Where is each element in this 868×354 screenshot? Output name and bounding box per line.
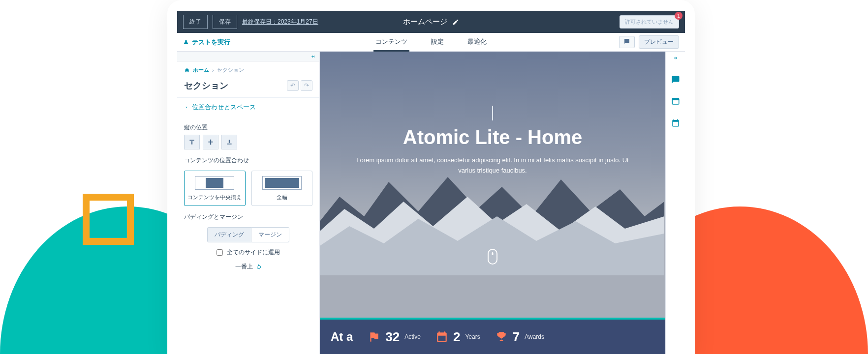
window-icon[interactable] (671, 97, 680, 106)
scroll-indicator-icon (488, 249, 497, 265)
exit-button[interactable]: 終了 (183, 15, 208, 29)
redo-button[interactable]: ↷ (301, 80, 312, 91)
svg-rect-1 (191, 141, 192, 144)
undo-button[interactable]: ↶ (287, 80, 299, 91)
collapse-right-rail[interactable] (672, 55, 679, 62)
breadcrumb-current: セクション (217, 66, 244, 74)
canvas-preview[interactable]: Atomic Lite - Home Lorem ipsum dolor sit… (320, 52, 665, 354)
text-cursor (492, 106, 493, 120)
edit-icon[interactable] (452, 19, 459, 26)
hero-subtitle[interactable]: Lorem ipsum dolor sit amet, consectetur … (355, 155, 630, 176)
apply-all-sides-checkbox[interactable]: 全てのサイドに運用 (177, 242, 319, 259)
device-frame: 終了 保存 最終保存日：2023年1月27日 ホームページ 許可されていません … (167, 0, 695, 354)
svg-rect-4 (227, 144, 231, 145)
chat-icon[interactable] (671, 75, 680, 84)
svg-rect-5 (229, 140, 230, 143)
calendar-icon (435, 330, 448, 343)
page-title-text: ホームページ (403, 17, 447, 27)
stat-item: 32 Active (368, 329, 421, 345)
tab-optimize[interactable]: 最適化 (465, 32, 489, 52)
padding-tab[interactable]: パディング (207, 227, 251, 242)
padding-margin-label: パディングとマージン (177, 206, 319, 224)
right-rail (665, 52, 685, 354)
stats-bar: At a 32 Active 2 Years 7 Awards (320, 318, 665, 354)
svg-rect-7 (672, 98, 679, 100)
panel-title: セクション (184, 80, 228, 91)
chevron-double-left-icon (310, 54, 316, 59)
notification-badge: 1 (675, 12, 682, 20)
flask-icon (183, 39, 189, 45)
permission-status: 許可されていません 1 (620, 15, 679, 29)
sync-icon[interactable] (256, 264, 262, 270)
svg-rect-3 (210, 140, 211, 145)
svg-rect-0 (189, 140, 194, 141)
last-saved-link[interactable]: 最終保存日：2023年1月27日 (242, 18, 318, 26)
collapse-left-panel[interactable] (177, 52, 319, 61)
content-align-label: コンテンツの位置合わせ (177, 149, 319, 168)
decorative-orange-square (83, 194, 134, 245)
save-button[interactable]: 保存 (213, 15, 237, 29)
trophy-icon (495, 330, 508, 343)
stats-heading: At a (331, 330, 353, 344)
preview-button[interactable]: プレビュー (639, 35, 679, 49)
align-center-option[interactable]: コンテンツを中央揃え (184, 171, 246, 206)
top-bar: 終了 保存 最終保存日：2023年1月27日 ホームページ 許可されていません … (177, 11, 685, 33)
vpos-top-button[interactable] (184, 135, 200, 149)
tab-content[interactable]: コンテンツ (373, 32, 409, 52)
chevron-double-left-icon (672, 55, 679, 61)
comment-icon (623, 38, 630, 44)
vpos-middle-button[interactable] (203, 135, 218, 149)
hero-title[interactable]: Atomic Lite - Home (349, 126, 636, 148)
flag-icon (368, 330, 380, 343)
tab-settings[interactable]: 設定 (429, 32, 446, 52)
breadcrumb-home[interactable]: ホーム (193, 66, 209, 74)
stat-item: 7 Awards (495, 329, 544, 345)
vpos-bottom-button[interactable] (221, 135, 237, 149)
comment-button[interactable] (619, 36, 635, 48)
margin-tab[interactable]: マージン (251, 227, 289, 242)
accordion-alignment-space[interactable]: 位置合わせとスペース (177, 97, 319, 117)
top-spacing-label: 一番上 (235, 263, 253, 271)
home-icon (184, 67, 190, 73)
sub-bar: テストを実行 コンテンツ 設定 最適化 プレビュー (177, 33, 685, 52)
breadcrumb: ホーム › セクション (177, 61, 319, 77)
chevron-down-icon (184, 105, 189, 110)
run-test-button[interactable]: テストを実行 (183, 38, 230, 47)
align-fullwidth-option[interactable]: 全幅 (251, 171, 313, 206)
calendar-icon[interactable] (671, 118, 680, 127)
stat-item: 2 Years (435, 329, 480, 345)
vertical-position-label: 縦の位置 (177, 117, 319, 135)
left-panel: ホーム › セクション セクション ↶ ↷ 位置合わせとスペース 縦の位置 (177, 52, 320, 354)
page-title: ホームページ (403, 17, 459, 27)
